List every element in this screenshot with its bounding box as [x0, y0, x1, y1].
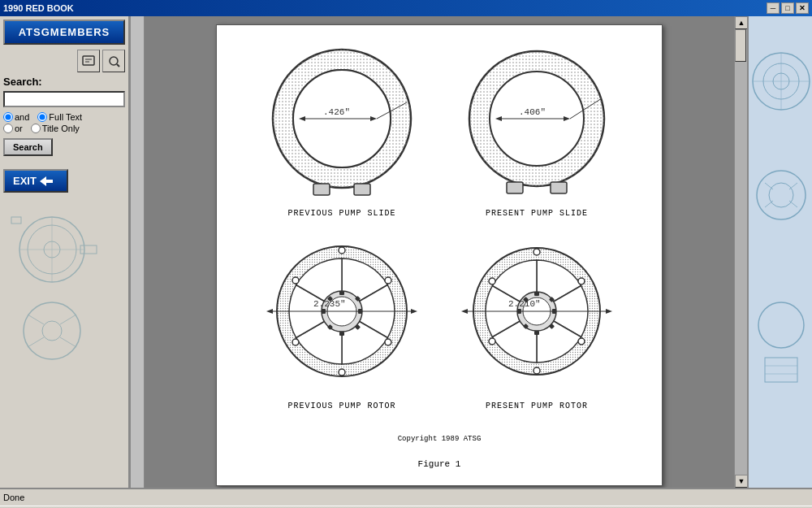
scroll-up-button[interactable]: ▲ — [735, 16, 748, 29]
svg-rect-24 — [354, 184, 370, 195]
svg-point-53 — [385, 277, 391, 284]
right-panel — [747, 16, 812, 488]
svg-line-17 — [28, 337, 44, 347]
svg-rect-96 — [765, 358, 797, 382]
radio-and-input[interactable] — [3, 112, 13, 122]
radio-fulltext-input[interactable] — [37, 112, 47, 122]
scrollbar-right[interactable]: ▲ ▼ — [734, 16, 747, 488]
document-page: .426" PREVIOUS PUMP SLIDE — [216, 24, 663, 486]
copyright: Copyright 1989 ATSG — [398, 435, 482, 443]
scrollbar-track[interactable] — [735, 29, 747, 475]
svg-point-78 — [489, 338, 495, 345]
radio-titleonly-input[interactable] — [31, 124, 41, 133]
present-pump-slide: .406" PRESENT PUMP SLIDE — [460, 41, 614, 218]
radio-or-label: or — [15, 124, 23, 133]
svg-rect-44 — [339, 291, 344, 295]
title-bar-buttons: ─ □ ✕ — [767, 2, 809, 14]
svg-line-91 — [765, 183, 773, 189]
atsg-members-button[interactable]: ATSGMEMBERS — [3, 20, 125, 45]
svg-point-90 — [769, 183, 793, 207]
svg-marker-59 — [266, 309, 273, 314]
previous-pump-slide: .426" PREVIOUS PUMP SLIDE — [265, 41, 419, 218]
figure-caption: Figure 1 — [418, 459, 461, 469]
previous-pump-rotor: 2.235" PREVIOUS PUMP ROTOR — [265, 234, 419, 410]
svg-rect-45 — [339, 332, 344, 336]
present-pump-rotor-svg: 2.210" — [460, 234, 614, 397]
status-text: Done — [3, 493, 24, 502]
previous-pump-rotor-svg: 2.235" — [265, 234, 419, 397]
svg-text:2.210": 2.210" — [508, 299, 541, 309]
present-pump-slide-label: PRESENT PUMP SLIDE — [486, 209, 588, 218]
search-button[interactable]: Search — [3, 138, 53, 156]
sidebar-icon-1[interactable] — [77, 50, 100, 72]
svg-point-52 — [339, 247, 345, 254]
svg-line-94 — [789, 201, 797, 207]
svg-point-74 — [533, 249, 540, 255]
svg-text:.426": .426" — [323, 107, 350, 117]
svg-point-57 — [292, 277, 299, 284]
svg-line-4 — [117, 64, 119, 67]
previous-pump-rotor-label: PREVIOUS PUMP ROTOR — [287, 402, 395, 410]
radio-fulltext-label: Full Text — [49, 112, 82, 122]
svg-point-95 — [758, 302, 804, 348]
app-title: 1990 RED BOOK — [3, 3, 74, 13]
svg-rect-0 — [83, 56, 94, 65]
svg-point-89 — [757, 171, 806, 219]
radio-titleonly[interactable]: Title Only — [31, 124, 80, 133]
close-button[interactable]: ✕ — [796, 2, 809, 14]
scrollbar-thumb[interactable] — [735, 29, 746, 62]
right-tech-art — [749, 16, 812, 488]
radio-or[interactable]: or — [3, 124, 23, 133]
svg-point-76 — [578, 338, 585, 345]
sidebar-icon-2[interactable] — [102, 50, 125, 72]
previous-pump-slide-label: PREVIOUS PUMP SLIDE — [287, 209, 395, 218]
title-bar: 1990 RED BOOK ─ □ ✕ — [0, 0, 812, 16]
svg-point-13 — [24, 302, 80, 359]
sidebar-decorative — [3, 193, 125, 484]
search-label: Search: — [3, 76, 125, 88]
figure-content: .426" PREVIOUS PUMP SLIDE — [233, 41, 646, 469]
svg-text:2.235": 2.235" — [313, 299, 346, 309]
svg-point-75 — [578, 278, 585, 284]
pump-rotors-row: 2.235" PREVIOUS PUMP ROTOR — [265, 234, 614, 410]
exit-button[interactable]: EXIT — [3, 169, 68, 193]
svg-line-93 — [765, 201, 773, 207]
radio-or-input[interactable] — [3, 124, 13, 133]
svg-line-16 — [60, 315, 76, 324]
svg-line-92 — [789, 183, 797, 189]
svg-point-79 — [489, 278, 495, 284]
svg-marker-81 — [461, 309, 468, 314]
previous-pump-slide-svg: .426" — [265, 41, 419, 204]
sidebar-tech-art — [3, 201, 125, 404]
svg-rect-33 — [507, 182, 523, 193]
maximize-button[interactable]: □ — [781, 2, 794, 14]
present-pump-rotor: 2.210" PRESENT PUMP ROTOR — [460, 234, 614, 410]
radio-titleonly-label: Title Only — [42, 124, 80, 133]
exit-icon — [40, 176, 53, 186]
radio-and-label: and — [15, 112, 29, 122]
svg-line-15 — [28, 315, 44, 324]
doc-area: .426" PREVIOUS PUMP SLIDE — [145, 16, 734, 488]
app-area: ATSGMEMBERS Search: — [0, 16, 812, 488]
minimize-button[interactable]: ─ — [767, 2, 780, 14]
radio-group: and Full Text or Title Only — [3, 112, 125, 133]
radio-fulltext[interactable]: Full Text — [37, 112, 82, 122]
radio-and[interactable]: and — [3, 112, 29, 122]
svg-marker-82 — [606, 309, 612, 314]
svg-point-14 — [42, 321, 62, 341]
svg-point-56 — [292, 339, 299, 345]
present-pump-slide-svg: .406" — [460, 41, 614, 204]
pump-slides-row: .426" PREVIOUS PUMP SLIDE — [265, 41, 614, 218]
svg-rect-11 — [11, 217, 21, 224]
nav-strip — [130, 16, 145, 488]
svg-marker-5 — [40, 176, 53, 186]
status-bar: Done — [0, 488, 812, 506]
svg-point-3 — [110, 57, 118, 65]
svg-line-18 — [60, 337, 76, 347]
svg-rect-66 — [534, 292, 539, 296]
svg-rect-67 — [534, 331, 539, 335]
svg-rect-23 — [313, 184, 330, 195]
search-input[interactable] — [3, 91, 125, 107]
svg-point-77 — [533, 367, 540, 374]
scroll-down-button[interactable]: ▼ — [735, 475, 748, 488]
